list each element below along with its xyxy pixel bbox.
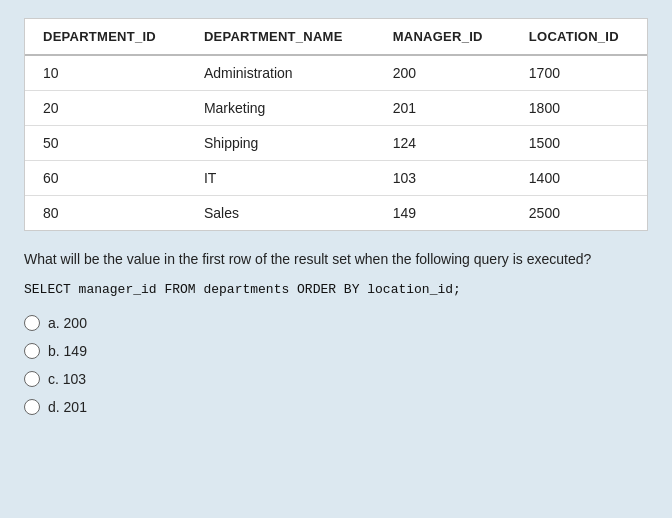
question-text: What will be the value in the first row … <box>24 249 648 270</box>
table-cell: 1400 <box>511 161 647 196</box>
option-label: c. 103 <box>48 371 86 387</box>
table-header: DEPARTMENT_ID <box>25 19 186 55</box>
option-item[interactable]: b. 149 <box>24 343 648 359</box>
table-cell: IT <box>186 161 375 196</box>
table-cell: 50 <box>25 126 186 161</box>
table-cell: 1800 <box>511 91 647 126</box>
radio-button[interactable] <box>24 343 40 359</box>
table-row: 60IT1031400 <box>25 161 647 196</box>
option-label: a. 200 <box>48 315 87 331</box>
sql-query: SELECT manager_id FROM departments ORDER… <box>24 282 648 297</box>
table-cell: 80 <box>25 196 186 231</box>
table-cell: Sales <box>186 196 375 231</box>
table-row: 50Shipping1241500 <box>25 126 647 161</box>
radio-button[interactable] <box>24 399 40 415</box>
option-item[interactable]: a. 200 <box>24 315 648 331</box>
option-label: d. 201 <box>48 399 87 415</box>
table-cell: 200 <box>375 55 511 91</box>
radio-button[interactable] <box>24 371 40 387</box>
table-header: MANAGER_ID <box>375 19 511 55</box>
table-cell: 20 <box>25 91 186 126</box>
table-row: 80Sales1492500 <box>25 196 647 231</box>
table-row: 10Administration2001700 <box>25 55 647 91</box>
table-cell: 201 <box>375 91 511 126</box>
table-cell: 103 <box>375 161 511 196</box>
table-row: 20Marketing2011800 <box>25 91 647 126</box>
option-item[interactable]: d. 201 <box>24 399 648 415</box>
table-cell: 124 <box>375 126 511 161</box>
table-cell: 1500 <box>511 126 647 161</box>
table-cell: 2500 <box>511 196 647 231</box>
table-cell: 149 <box>375 196 511 231</box>
option-item[interactable]: c. 103 <box>24 371 648 387</box>
table-cell: 10 <box>25 55 186 91</box>
table-cell: Administration <box>186 55 375 91</box>
table-cell: Marketing <box>186 91 375 126</box>
table-cell: 60 <box>25 161 186 196</box>
data-table: DEPARTMENT_IDDEPARTMENT_NAMEMANAGER_IDLO… <box>24 18 648 231</box>
option-label: b. 149 <box>48 343 87 359</box>
table-header: DEPARTMENT_NAME <box>186 19 375 55</box>
radio-button[interactable] <box>24 315 40 331</box>
options-list: a. 200b. 149c. 103d. 201 <box>24 315 648 415</box>
table-cell: 1700 <box>511 55 647 91</box>
table-header: LOCATION_ID <box>511 19 647 55</box>
table-cell: Shipping <box>186 126 375 161</box>
